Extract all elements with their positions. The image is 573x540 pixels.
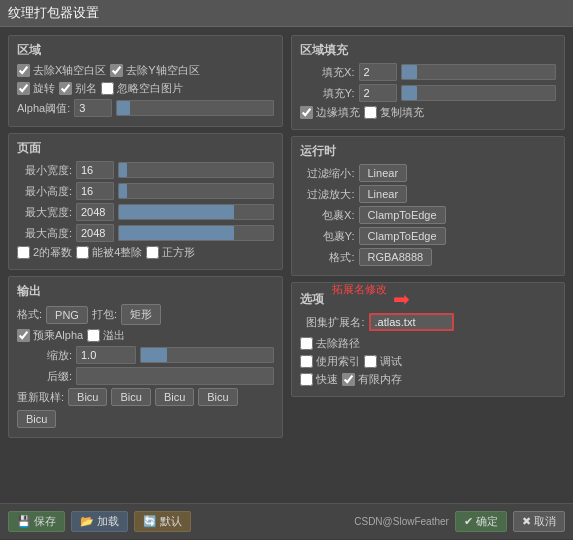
resample-btn-3[interactable]: Bicu (198, 388, 237, 406)
fill-x-input[interactable] (359, 63, 397, 81)
ok-button[interactable]: ✔ 确定 (455, 511, 507, 532)
ignore-checkbox[interactable] (101, 82, 114, 95)
fill-x-slider[interactable] (401, 64, 557, 80)
removeY-checkbox[interactable] (110, 64, 123, 77)
checkbox-alias[interactable]: 别名 (59, 81, 97, 96)
checkbox-ignore[interactable]: 忽略空白图片 (101, 81, 183, 96)
wrap-y-label: 包裹Y: (300, 229, 355, 244)
div4-checkbox[interactable] (76, 246, 89, 259)
fill-title: 区域填充 (300, 42, 557, 59)
max-height-input[interactable] (76, 224, 114, 242)
resample-btn-4[interactable]: Bicu (17, 410, 56, 428)
remove-path-checkbox[interactable] (300, 337, 313, 350)
scale-slider[interactable] (140, 347, 274, 363)
min-width-slider[interactable] (118, 162, 274, 178)
alpha-slider[interactable] (116, 100, 273, 116)
min-height-label: 最小高度: (17, 184, 72, 199)
scale-input[interactable] (76, 346, 136, 364)
checkbox-premultiply[interactable]: 预乘Alpha (17, 328, 83, 343)
premultiply-checkbox[interactable] (17, 329, 30, 342)
checkbox-debug[interactable]: 调试 (364, 354, 402, 369)
fill-y-input[interactable] (359, 84, 397, 102)
min-width-label: 最小宽度: (17, 163, 72, 178)
debug-checkbox[interactable] (364, 355, 377, 368)
alpha-label: Alpha阈值: (17, 101, 70, 116)
filter-mag-label: 过滤放大: (300, 187, 355, 202)
region-title: 区域 (17, 42, 274, 59)
output-section: 输出 格式: PNG 打包: 矩形 预乘Alpha 溢出 缩放: (8, 276, 283, 438)
format-label: 格式: (17, 307, 42, 322)
post-label: 后缀: (17, 369, 72, 384)
pack-btn[interactable]: 矩形 (121, 304, 161, 325)
filter-mag-btn[interactable]: Linear (359, 185, 408, 203)
runtime-section: 运行时 过滤缩小: Linear 过滤放大: Linear 包裹X: Clamp… (291, 136, 566, 276)
limited-mem-checkbox[interactable] (342, 373, 355, 386)
atlas-ext-input[interactable] (369, 313, 454, 331)
resample-btn-2[interactable]: Bicu (155, 388, 194, 406)
checkbox-edge-fill[interactable]: 边缘填充 (300, 105, 360, 120)
scale-label: 缩放: (17, 348, 72, 363)
copy-fill-checkbox[interactable] (364, 106, 377, 119)
fill-y-slider[interactable] (401, 85, 557, 101)
runtime-format-label: 格式: (300, 250, 355, 265)
resample-btn-0[interactable]: Bicu (68, 388, 107, 406)
checkbox-removeX[interactable]: 去除X轴空白区 (17, 63, 106, 78)
removeX-checkbox[interactable] (17, 64, 30, 77)
rotate-checkbox[interactable] (17, 82, 30, 95)
square-checkbox[interactable] (146, 246, 159, 259)
checkbox-copy-fill[interactable]: 复制填充 (364, 105, 424, 120)
title-bar: 纹理打包器设置 (0, 0, 573, 27)
right-panel: 区域填充 填充X: 填充Y: 边缘填充 (291, 35, 566, 495)
checkbox-use-index[interactable]: 使用索引 (300, 354, 360, 369)
fill-y-label: 填充Y: (300, 86, 355, 101)
arrow-icon: ➡ (393, 289, 410, 309)
checkbox-div4[interactable]: 能被4整除 (76, 245, 142, 260)
page-title: 页面 (17, 140, 274, 157)
min-height-slider[interactable] (118, 183, 274, 199)
bottom-bar: 💾 保存 📂 加载 🔄 默认 CSDN@SlowFeather ✔ 确定 ✖ 取… (0, 503, 573, 539)
atlas-ext-label: 图集扩展名: (300, 315, 365, 330)
max-width-input[interactable] (76, 203, 114, 221)
post-input[interactable] (76, 367, 274, 385)
fill-section: 区域填充 填充X: 填充Y: 边缘填充 (291, 35, 566, 130)
min-width-input[interactable] (76, 161, 114, 179)
wrap-x-label: 包裹X: (300, 208, 355, 223)
filter-min-btn[interactable]: Linear (359, 164, 408, 182)
runtime-title: 运行时 (300, 143, 557, 160)
checkbox-pow2[interactable]: 2的幂数 (17, 245, 72, 260)
wrap-y-btn[interactable]: ClampToEdge (359, 227, 446, 245)
region-section: 区域 去除X轴空白区 去除Y轴空白区 旋转 别名 (8, 35, 283, 127)
pow2-checkbox[interactable] (17, 246, 30, 259)
save-button[interactable]: 💾 保存 (8, 511, 65, 532)
runtime-format-btn[interactable]: RGBA8888 (359, 248, 433, 266)
checkbox-square[interactable]: 正方形 (146, 245, 195, 260)
use-index-checkbox[interactable] (300, 355, 313, 368)
watermark-text: CSDN@SlowFeather (354, 516, 449, 527)
bleed-checkbox[interactable] (87, 329, 100, 342)
resample-btn-1[interactable]: Bicu (111, 388, 150, 406)
load-button[interactable]: 📂 加载 (71, 511, 128, 532)
default-button[interactable]: 🔄 默认 (134, 511, 191, 532)
checkbox-removeY[interactable]: 去除Y轴空白区 (110, 63, 199, 78)
alias-checkbox[interactable] (59, 82, 72, 95)
bottom-right-area: CSDN@SlowFeather ✔ 确定 ✖ 取消 (354, 511, 565, 532)
edge-fill-checkbox[interactable] (300, 106, 313, 119)
wrap-x-btn[interactable]: ClampToEdge (359, 206, 446, 224)
resample-label: 重新取样: (17, 390, 64, 405)
fast-checkbox[interactable] (300, 373, 313, 386)
checkbox-bleed[interactable]: 溢出 (87, 328, 125, 343)
max-height-slider[interactable] (118, 225, 274, 241)
window-title: 纹理打包器设置 (8, 5, 99, 20)
alpha-input[interactable] (74, 99, 112, 117)
left-panel: 区域 去除X轴空白区 去除Y轴空白区 旋转 别名 (8, 35, 283, 495)
max-width-slider[interactable] (118, 204, 274, 220)
max-width-label: 最大宽度: (17, 205, 72, 220)
fill-x-label: 填充X: (300, 65, 355, 80)
checkbox-limited-mem[interactable]: 有限内存 (342, 372, 402, 387)
format-btn[interactable]: PNG (46, 306, 88, 324)
checkbox-fast[interactable]: 快速 (300, 372, 338, 387)
min-height-input[interactable] (76, 182, 114, 200)
checkbox-rotate[interactable]: 旋转 (17, 81, 55, 96)
cancel-button[interactable]: ✖ 取消 (513, 511, 565, 532)
checkbox-remove-path[interactable]: 去除路径 (300, 336, 360, 351)
